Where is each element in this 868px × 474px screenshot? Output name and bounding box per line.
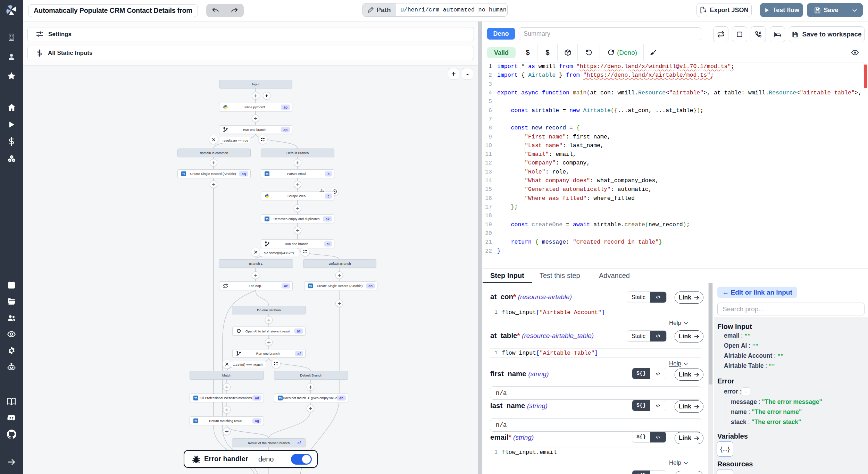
svg-text:TS: TS <box>309 285 312 287</box>
svg-text:TS: TS <box>266 218 269 220</box>
svg-text:TS: TS <box>194 420 198 422</box>
svg-text:TS: TS <box>279 397 282 399</box>
svg-text:TS: TS <box>194 397 198 399</box>
svg-text:TS: TS <box>182 172 185 175</box>
svg-text:TS: TS <box>266 172 269 175</box>
